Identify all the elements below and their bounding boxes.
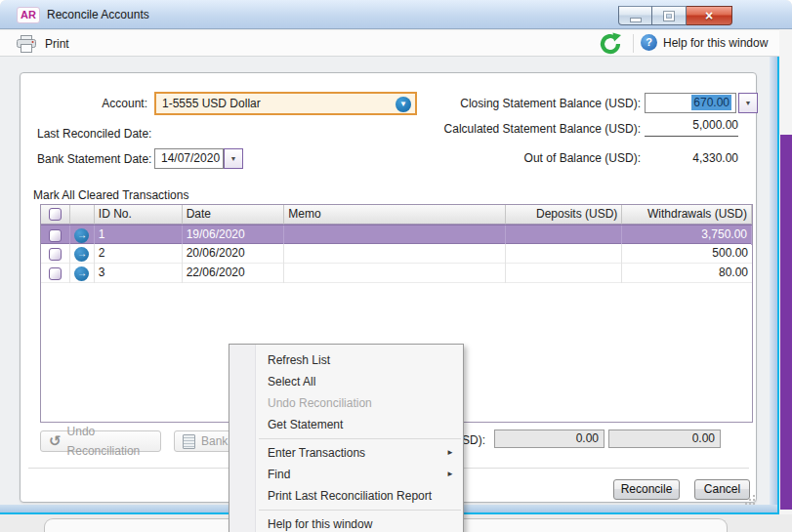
- menu-separator: [259, 438, 461, 439]
- menu-item-enter-transactions[interactable]: Enter Transactions ►: [229, 442, 463, 464]
- cell-deposits: [506, 244, 623, 264]
- cell-id: 3: [95, 264, 183, 283]
- calculator-dropdown-button[interactable]: ▼: [738, 93, 758, 113]
- cell-memo: [284, 264, 505, 283]
- cell-date: 20/06/2020: [183, 244, 285, 264]
- menu-item-print-last-reconciliation-report[interactable]: Print Last Reconciliation Report: [229, 485, 463, 507]
- row-arrow-cell: →: [70, 264, 95, 283]
- resize-grip[interactable]: [745, 495, 755, 505]
- column-header-memo[interactable]: Memo: [284, 205, 505, 225]
- bank-statement-date-label: Bank Statement Date:: [37, 152, 151, 166]
- maximize-icon: [664, 12, 674, 20]
- close-button[interactable]: ×: [687, 6, 732, 25]
- cell-memo: [284, 244, 505, 264]
- total-withdrawals-field: 0.00: [608, 430, 721, 448]
- out-of-balance-label: Out of Balance (USD):: [411, 151, 641, 165]
- row-checkbox-cell: [41, 225, 70, 245]
- app-logo: AR: [17, 7, 40, 23]
- refresh-icon: [599, 32, 622, 56]
- reconcile-button[interactable]: Reconcile: [613, 479, 680, 500]
- account-label: Account:: [37, 97, 147, 110]
- help-label: Help for this window: [663, 36, 768, 50]
- open-transaction-icon[interactable]: →: [74, 247, 89, 262]
- help-icon: ?: [641, 34, 657, 51]
- cancel-button[interactable]: Cancel: [694, 479, 750, 500]
- cell-memo: [284, 225, 505, 245]
- menu-item-get-statement[interactable]: Get Statement: [229, 414, 463, 435]
- row-checkbox[interactable]: [49, 248, 62, 261]
- menu-item-find[interactable]: Find ►: [229, 464, 463, 485]
- grid-header-row: ID No. Date Memo Deposits (USD) Withdraw…: [41, 205, 752, 225]
- menu-item-label: Find: [268, 468, 290, 481]
- last-reconciled-date-label: Last Reconciled Date:: [37, 127, 151, 141]
- window-controls: ×: [618, 6, 732, 25]
- bank-entry-icon: [183, 434, 195, 449]
- arrow-header-cell: [70, 205, 95, 225]
- column-header-id[interactable]: ID No.: [95, 205, 183, 225]
- cell-withdrawals: 3,750.00: [622, 225, 752, 245]
- reconcile-accounts-window: AR Reconcile Accounts × Print ?: [0, 0, 792, 532]
- account-value: 1-5555 USD Dollar: [162, 97, 261, 110]
- minimize-icon: [631, 19, 641, 21]
- grid-caption: Mark All Cleared Transactions: [33, 188, 188, 202]
- cell-withdrawals: 80.00: [622, 264, 752, 283]
- closing-balance-value: 670.00: [691, 95, 731, 110]
- column-header-date[interactable]: Date: [183, 205, 285, 225]
- cell-withdrawals: 500.00: [622, 244, 752, 264]
- cell-id: 1: [95, 225, 183, 245]
- row-checkbox[interactable]: [49, 229, 62, 242]
- refresh-button[interactable]: [599, 32, 624, 55]
- undo-reconciliation-button: ↺ Undo Reconciliation: [40, 430, 161, 452]
- sum-line: [645, 136, 738, 137]
- calendar-dropdown-button[interactable]: ▼: [224, 148, 243, 169]
- bank-statement-date-field[interactable]: 14/07/2020: [154, 148, 224, 169]
- bank-statement-date-value: 14/07/2020: [161, 151, 220, 165]
- select-all-header-cell[interactable]: [41, 205, 70, 225]
- undo-reconciliation-label: Undo Reconciliation: [67, 422, 152, 461]
- cell-date: 19/06/2020: [183, 225, 285, 245]
- window-right-border: [770, 57, 777, 514]
- column-header-withdrawals[interactable]: Withdrawals (USD): [622, 205, 752, 225]
- undo-icon: ↺: [49, 434, 62, 448]
- header-checkbox[interactable]: [49, 208, 62, 221]
- open-transaction-icon[interactable]: →: [74, 228, 89, 243]
- table-row[interactable]: → 2 20/06/2020 500.00: [41, 244, 752, 264]
- cell-id: 2: [95, 244, 183, 264]
- maximize-button[interactable]: [652, 6, 687, 25]
- menu-item-help-for-this-window[interactable]: Help for this window: [229, 513, 463, 532]
- print-button[interactable]: Print: [16, 33, 69, 55]
- minimize-button[interactable]: [618, 6, 652, 25]
- menu-item-label: Enter Transactions: [268, 446, 365, 460]
- menu-item-refresh-list[interactable]: Refresh List: [229, 349, 463, 371]
- calculated-balance-value: 5,000.00: [631, 118, 738, 132]
- help-button[interactable]: ? Help for this window: [641, 34, 768, 51]
- total-deposits-field: 0.00: [494, 430, 604, 448]
- menu-separator: [259, 510, 461, 511]
- cell-deposits: [506, 264, 623, 283]
- printer-icon: [16, 35, 37, 54]
- calculated-balance-label: Calculated Statement Balance (USD):: [313, 122, 641, 136]
- context-menu: Refresh List Select All Undo Reconciliat…: [229, 344, 464, 532]
- cell-date: 22/06/2020: [183, 264, 285, 283]
- row-checkbox[interactable]: [49, 267, 62, 280]
- row-checkbox-cell: [41, 264, 70, 283]
- menu-item-select-all[interactable]: Select All: [229, 371, 463, 392]
- cell-deposits: [506, 225, 623, 245]
- title-bar: AR Reconcile Accounts ×: [0, 0, 792, 29]
- submenu-arrow-icon: ►: [446, 464, 454, 485]
- row-arrow-cell: →: [70, 225, 95, 245]
- column-header-deposits[interactable]: Deposits (USD): [506, 205, 623, 225]
- toolbar: Print ? Help for this window: [0, 30, 792, 57]
- background-side-panel-tab: [780, 135, 792, 510]
- table-row[interactable]: → 3 22/06/2020 80.00: [41, 264, 752, 283]
- submenu-arrow-icon: ►: [446, 442, 454, 464]
- row-arrow-cell: →: [70, 244, 95, 264]
- closing-balance-field[interactable]: 670.00: [645, 93, 736, 113]
- open-transaction-icon[interactable]: →: [74, 266, 89, 281]
- toolbar-separator: [633, 34, 634, 53]
- row-checkbox-cell: [41, 244, 70, 264]
- table-row[interactable]: → 1 19/06/2020 3,750.00: [41, 225, 752, 244]
- print-label: Print: [45, 37, 69, 51]
- window-title: Reconcile Accounts: [47, 8, 149, 21]
- close-icon: ×: [687, 7, 731, 24]
